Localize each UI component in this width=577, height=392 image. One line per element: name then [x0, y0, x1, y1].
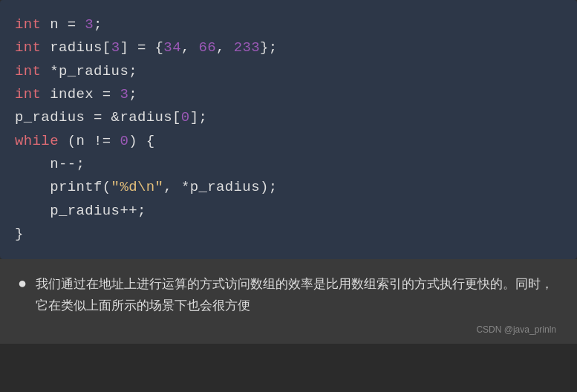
code-token: (n !=: [59, 133, 120, 149]
code-token: ,: [216, 39, 234, 56]
code-token: int: [15, 63, 41, 79]
code-token: 0: [120, 133, 128, 149]
code-token: "%d\n": [111, 179, 164, 195]
code-line: while (n != 0) {: [15, 130, 562, 153]
code-token: ] = {: [120, 39, 163, 56]
bullet-item: ● 我们通过在地址上进行运算的方式访问数组的效率是比用数组索引的方式执行更快的。…: [18, 274, 559, 317]
code-token: };: [260, 39, 278, 56]
code-token: 34: [163, 39, 181, 56]
code-token: n =: [41, 16, 85, 33]
code-token: }: [15, 226, 24, 242]
code-token: int: [15, 86, 41, 102]
code-token: 3: [85, 16, 94, 33]
code-line: p_radius = &radius[0];: [15, 106, 562, 129]
code-token: ;: [128, 86, 137, 102]
code-line: int radius[3] = {34, 66, 233};: [15, 36, 562, 59]
code-token: while: [15, 133, 59, 149]
code-token: ) {: [128, 133, 154, 149]
bottom-section: ● 我们通过在地址上进行运算的方式访问数组的效率是比用数组索引的方式执行更快的。…: [0, 259, 577, 344]
code-line: n--;: [15, 153, 562, 176]
bullet-dot: ●: [18, 275, 27, 293]
code-token: index =: [41, 86, 120, 102]
code-token: 3: [111, 39, 120, 56]
code-line: int *p_radius;: [15, 60, 562, 83]
code-block: int n = 3;int radius[3] = {34, 66, 233};…: [0, 0, 577, 259]
code-token: 66: [199, 39, 217, 56]
code-token: , *p_radius);: [163, 179, 277, 195]
code-line: int index = 3;: [15, 83, 562, 106]
code-line: int n = 3;: [15, 13, 562, 36]
code-token: n--;: [15, 156, 85, 172]
code-token: int: [15, 16, 41, 33]
code-token: p_radius = &radius[: [15, 109, 181, 125]
code-token: ;: [94, 16, 102, 33]
code-token: printf(: [15, 179, 111, 195]
code-token: 233: [234, 39, 260, 56]
code-line: printf("%d\n", *p_radius);: [15, 176, 562, 199]
main-container: int n = 3;int radius[3] = {34, 66, 233};…: [0, 0, 577, 344]
code-token: 0: [181, 109, 190, 125]
watermark: CSDN @java_prinln: [18, 324, 559, 335]
code-token: *p_radius;: [41, 63, 137, 79]
code-token: radius[: [41, 39, 111, 56]
code-token: p_radius++;: [15, 203, 146, 219]
code-token: int: [15, 39, 41, 56]
code-line: p_radius++;: [15, 200, 562, 223]
bullet-text: 我们通过在地址上进行运算的方式访问数组的效率是比用数组索引的方式执行更快的。同时…: [36, 274, 559, 317]
code-token: ,: [181, 39, 199, 56]
code-line: }: [15, 223, 562, 246]
code-token: ];: [190, 109, 208, 125]
code-token: 3: [120, 86, 128, 102]
